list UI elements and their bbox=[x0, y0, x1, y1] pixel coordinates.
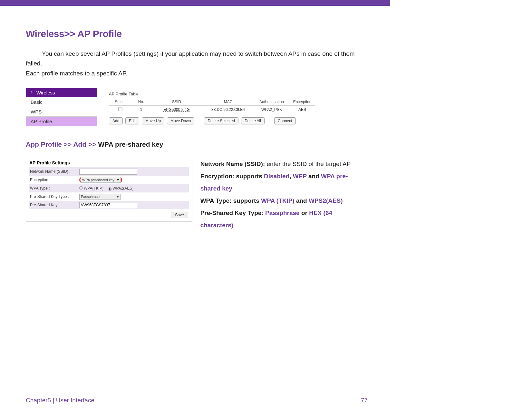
form-row-wpa-type: WPA Type : WPA(TKIP) WPA2(AES) bbox=[29, 184, 189, 192]
top-accent-bar bbox=[0, 0, 390, 6]
form-row-psk-type: Pre-Shared Key Type : Passphrase bbox=[29, 192, 189, 201]
cell-auth: WPA2_PSK bbox=[254, 106, 289, 114]
ssid-input[interactable] bbox=[79, 169, 137, 175]
cell-ssid: EPG5000 2.4G bbox=[151, 106, 202, 114]
move-up-button[interactable]: Move Up bbox=[142, 117, 164, 124]
save-button[interactable]: Save bbox=[171, 212, 188, 218]
form-row-ssid: Network Name (SSID) : bbox=[29, 167, 189, 176]
psk-input[interactable] bbox=[79, 202, 137, 208]
footer-page-number: 77 bbox=[361, 397, 368, 404]
nav-item-wps[interactable]: WPS bbox=[26, 107, 97, 116]
radio-wpa2-aes-label: WPA2(AES) bbox=[112, 186, 133, 191]
table-row: 1 EPG5000 2.4G 88:DC:96:22:C9:E4 WPA2_PS… bbox=[109, 106, 315, 114]
table-button-row: Add Edit Move Up Move Down Delete Select… bbox=[109, 117, 321, 124]
ap-profile-table-panel: AP Profile Table Select No. SSID MAC Aut… bbox=[104, 88, 326, 129]
connect-button[interactable]: Connect bbox=[274, 117, 296, 124]
radio-wpa-tkip[interactable]: WPA(TKIP) bbox=[79, 186, 103, 191]
ap-profile-settings-title: AP Profile Settings bbox=[29, 160, 189, 167]
encryption-select-value: WPA pre-shared key bbox=[82, 178, 114, 182]
page-title: Wireless>> AP Profile bbox=[26, 28, 364, 39]
wireless-nav-title: Wireless bbox=[36, 90, 55, 95]
intro-text: You can keep several AP Profiles (settin… bbox=[26, 49, 364, 78]
form-row-encryption: Encryption : WPA pre-shared key bbox=[29, 176, 189, 184]
page-footer: Chapter5 | User Interface 77 bbox=[26, 397, 368, 404]
encryption-select[interactable]: WPA pre-shared key bbox=[81, 177, 121, 183]
cell-mac: 88:DC:96:22:C9:E4 bbox=[202, 106, 254, 114]
wireless-nav-panel: Wireless Basic WPS AP Profile bbox=[26, 88, 97, 126]
chevron-down-icon bbox=[117, 179, 119, 181]
delete-all-button[interactable]: Delete All bbox=[241, 117, 265, 124]
nav-item-ap-profile[interactable]: AP Profile bbox=[26, 116, 97, 126]
radio-wpa-tkip-label: WPA(TKIP) bbox=[84, 186, 103, 191]
ap-profile-table-title: AP Profile Table bbox=[109, 92, 321, 96]
desc-wpa-type: WPA Type: supports WPA (TKIP) and WPS2(A… bbox=[200, 195, 364, 207]
ap-profile-table: Select No. SSID MAC Authentication Encry… bbox=[109, 98, 315, 113]
edit-button[interactable]: Edit bbox=[125, 117, 139, 124]
th-select: Select bbox=[109, 98, 131, 106]
desc-psk-type: Pre-Shared Key Type: Passphrase or HEX (… bbox=[200, 207, 364, 231]
psk-type-select[interactable]: Passphrase bbox=[79, 194, 121, 200]
nav-item-basic[interactable]: Basic bbox=[26, 97, 97, 107]
th-no: No. bbox=[131, 98, 151, 106]
breadcrumb-app-profile: App Profile >> bbox=[26, 141, 73, 148]
label-ssid: Network Name (SSID) : bbox=[29, 169, 79, 174]
encryption-highlight: WPA pre-shared key bbox=[79, 177, 122, 183]
label-psk-type: Pre-Shared Key Type : bbox=[29, 194, 79, 199]
label-encryption: Encryption : bbox=[29, 178, 79, 182]
add-button[interactable]: Add bbox=[109, 117, 123, 124]
page: Wireless>> AP Profile You can keep sever… bbox=[0, 6, 390, 411]
radio-wpa2-aes[interactable]: WPA2(AES) bbox=[108, 186, 133, 191]
label-wpa-type: WPA Type : bbox=[29, 186, 79, 191]
desc-encryption: Encryption: supports Disabled, WEP and W… bbox=[200, 170, 364, 195]
breadcrumb-add: Add >> bbox=[73, 141, 98, 148]
delete-selected-button[interactable]: Delete Selected bbox=[204, 117, 238, 124]
desc-ssid: Network Name (SSID): enter the SSID of t… bbox=[200, 158, 364, 170]
th-ssid: SSID bbox=[151, 98, 202, 106]
breadcrumb: App Profile >> Add >> WPA pre-shared key bbox=[26, 141, 364, 148]
footer-chapter: Chapter5 | User Interface bbox=[26, 397, 94, 404]
psk-type-value: Passphrase bbox=[81, 195, 100, 199]
wifi-icon bbox=[29, 91, 34, 95]
form-row-psk: Pre-Shared Key : bbox=[29, 201, 189, 209]
intro-line-1: You can keep several AP Profiles (settin… bbox=[26, 50, 355, 67]
intro-line-2: Each profile matches to a specific AP. bbox=[26, 70, 127, 77]
label-psk: Pre-Shared Key : bbox=[29, 203, 79, 207]
th-mac: MAC bbox=[202, 98, 254, 106]
chevron-down-icon bbox=[116, 196, 119, 198]
move-down-button[interactable]: Move Down bbox=[167, 117, 194, 124]
description-column: Network Name (SSID): enter the SSID of t… bbox=[200, 158, 364, 231]
cell-enc: AES bbox=[289, 106, 315, 114]
cell-no: 1 bbox=[131, 106, 151, 114]
th-auth: Authentication bbox=[254, 98, 289, 106]
wireless-nav-header: Wireless bbox=[26, 88, 97, 97]
breadcrumb-wpa: WPA pre-shared key bbox=[98, 141, 163, 148]
ap-profile-settings-panel: AP Profile Settings Network Name (SSID) … bbox=[26, 158, 192, 222]
row-select-checkbox[interactable] bbox=[118, 107, 122, 111]
th-enc: Encryption bbox=[289, 98, 315, 106]
